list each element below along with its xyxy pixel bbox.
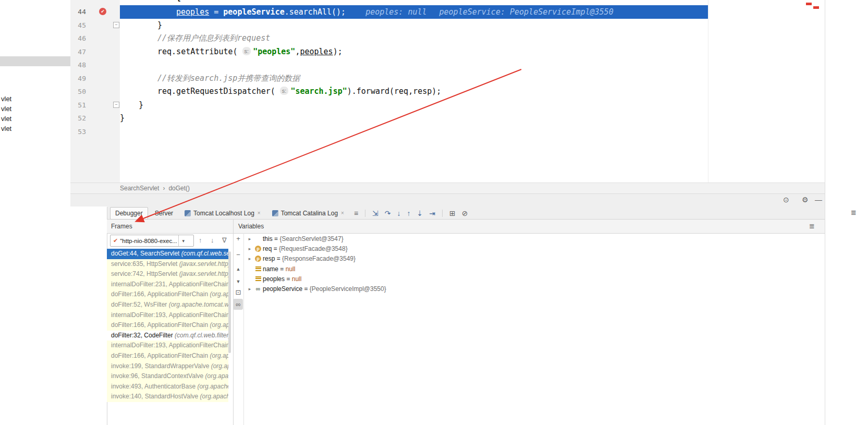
equals-sign: = <box>272 245 279 252</box>
breakpoint-icon[interactable]: ✔ <box>99 8 106 15</box>
expand-chevron-icon[interactable]: ▸ <box>246 246 253 251</box>
hide-window-icon[interactable]: — <box>815 193 822 207</box>
frame-row[interactable]: service:635, HttpServlet (javax.servlet.… <box>107 259 228 270</box>
hide-library-frames-icon[interactable]: ∇ <box>222 235 227 246</box>
error-stripe-mark[interactable] <box>813 6 819 9</box>
frame-row[interactable]: invoke:96, StandardContextValve (org.apa… <box>107 371 228 382</box>
project-panel: vlet vlet vlet vlet <box>0 0 70 193</box>
remove-watch-icon[interactable]: − <box>234 251 242 259</box>
breadcrumb-method[interactable]: doGet() <box>168 185 190 192</box>
fold-marker-icon[interactable]: − <box>113 22 119 28</box>
next-frame-icon[interactable]: ↓ <box>211 235 214 246</box>
move-down-icon[interactable]: ▼ <box>234 277 242 286</box>
variable-row[interactable]: ▸ p req = {RequestFacade@3548} <box>246 244 715 253</box>
copy-stack-icon[interactable]: ⊡ <box>234 288 242 297</box>
line-number: 46 <box>70 32 86 45</box>
step-out-icon[interactable]: ↑ <box>407 208 411 219</box>
frames-variables-divider[interactable] <box>233 220 234 425</box>
frames-scrollbar[interactable] <box>228 251 231 353</box>
project-tree-item[interactable]: vlet <box>1 124 11 133</box>
tab-tomcat-catalina-log[interactable]: Tomcat Catalina Log× <box>267 208 349 219</box>
code-line-47: req.setAttribute( s:"peoples",peoples); <box>157 45 343 59</box>
variable-row[interactable]: ▸ this = {SearchServlet@3547} <box>246 234 715 244</box>
frame-row[interactable]: doFilter:166, ApplicationFilterChain (or… <box>107 289 228 300</box>
frame-row[interactable]: internalDoFilter:193, ApplicationFilterC… <box>107 310 228 321</box>
expand-chevron-icon[interactable]: ▸ <box>246 236 253 241</box>
mute-breakpoints-icon[interactable]: ⊘ <box>462 208 468 219</box>
line-number: 44 <box>70 5 86 19</box>
show-execution-point-icon[interactable]: ⇲ <box>372 208 378 219</box>
debug-panel-headers <box>107 220 825 234</box>
show-watches-icon[interactable]: ∞ <box>234 300 242 309</box>
move-up-icon[interactable]: ▲ <box>234 265 242 273</box>
frame-package: (javax.servlet.http) <box>179 260 228 268</box>
expand-chevron-icon[interactable]: ▸ <box>246 286 253 292</box>
code-token: req.setAttribute( <box>157 47 242 56</box>
operator-token: = <box>209 7 223 17</box>
variable-row[interactable]: peoples = null <box>246 274 715 284</box>
string-token: "search.jsp" <box>290 87 347 96</box>
line-number: 51 <box>70 99 86 112</box>
tab-debugger[interactable]: Debugger <box>110 207 148 220</box>
field-icon: ∞ <box>256 286 261 292</box>
tab-tomcat-localhost-log[interactable]: Tomcat Localhost Log× <box>180 208 265 219</box>
add-watch-icon[interactable]: + <box>234 235 242 243</box>
previous-frame-icon[interactable]: ↑ <box>199 235 202 246</box>
parameter-hint-chip: s: <box>280 87 289 95</box>
tomcat-icon <box>185 210 191 216</box>
frame-package: (org.apache.tomcat.we <box>169 301 228 308</box>
thread-selector-value: "http-nio-8080-exec... <box>120 238 178 244</box>
frame-row[interactable]: doFilter:166, ApplicationFilterChain (or… <box>107 351 228 361</box>
frame-package: (org.apach <box>200 393 228 400</box>
field-token: peopleService <box>223 7 284 17</box>
equals-sign: = <box>302 285 310 293</box>
breadcrumb-class[interactable]: SearchServlet <box>120 185 159 192</box>
frame-row[interactable]: internalDoFilter:231, ApplicationFilterC… <box>107 280 228 290</box>
frame-row[interactable]: doGet:44, SearchServlet (com.qf.cl.web.s… <box>107 249 228 259</box>
project-tree-item[interactable]: vlet <box>1 94 11 104</box>
project-tree-item[interactable]: vlet <box>1 104 11 114</box>
parameter-icon: p <box>255 256 261 262</box>
tab-label: Server <box>155 210 173 217</box>
panel-options-icon[interactable]: ≣ <box>809 222 815 230</box>
frame-row[interactable]: service:742, HttpServlet (javax.servlet.… <box>107 269 228 280</box>
layout-settings-icon[interactable]: ≣ <box>851 209 857 216</box>
line-number: 49 <box>70 72 86 86</box>
frame-row[interactable]: doFilter:52, WsFilter (org.apache.tomcat… <box>107 300 228 310</box>
close-icon[interactable]: × <box>341 210 344 216</box>
close-icon[interactable]: × <box>258 210 261 216</box>
frame-location: doFilter:52, WsFilter <box>111 301 169 308</box>
frame-row[interactable]: invoke:199, StandardWrapperValve (org.ap <box>107 361 228 372</box>
step-into-icon[interactable]: ↓ <box>397 208 401 219</box>
project-tree-item[interactable]: vlet <box>1 114 11 124</box>
variable-row[interactable]: ▸ p resp = {ResponseFacade@3549} <box>246 254 715 264</box>
frame-row[interactable]: invoke:493, AuthenticatorBase (org.apach… <box>107 382 228 392</box>
run-to-cursor-icon[interactable]: ⇥ <box>429 208 435 219</box>
frame-row[interactable]: internalDoFilter:193, ApplicationFilterC… <box>107 341 228 351</box>
thread-running-check-icon: ✔ <box>113 237 118 244</box>
restore-layout-icon[interactable]: ⊙ <box>783 193 789 207</box>
expand-chevron-icon[interactable]: ▸ <box>246 256 253 261</box>
frame-row[interactable]: doFilter:32, CodeFilter (com.qf.cl.web.f… <box>107 331 228 341</box>
code-token: req.getRequestDispatcher( <box>157 87 280 96</box>
view-breakpoints-icon[interactable]: ⊞ <box>449 208 456 219</box>
frame-row[interactable]: invoke:140, StandardHostValve (org.apach <box>107 392 228 402</box>
parameter-icon: p <box>255 246 261 252</box>
editor-code-area[interactable]: else{ peoples = peopleService.searchAll(… <box>120 0 817 183</box>
error-stripe-mark[interactable] <box>806 3 812 5</box>
variable-name: name <box>263 265 278 273</box>
force-step-into-icon[interactable]: ⇣ <box>417 208 423 219</box>
thread-selector-dropdown[interactable]: ✔ "http-nio-8080-exec... ▾ <box>110 235 194 247</box>
frame-package: (com.qf.cl.web.filter) <box>175 332 228 339</box>
layout-menu-icon[interactable]: ≡ <box>354 208 358 219</box>
gear-icon[interactable]: ⚙ <box>802 193 809 207</box>
variable-row[interactable]: ▸ ∞ peopleService = {PeopleServiceImpl@3… <box>246 284 715 294</box>
fold-marker-icon[interactable]: − <box>113 102 119 108</box>
frame-package: (org.ap <box>210 290 228 298</box>
frame-row[interactable]: doFilter:166, ApplicationFilterChain (or… <box>107 320 228 331</box>
tab-server[interactable]: Server <box>150 208 178 219</box>
step-over-icon[interactable]: ↷ <box>385 208 391 219</box>
toolbar-separator <box>442 210 443 217</box>
variable-row[interactable]: name = null <box>246 264 715 274</box>
chevron-down-icon[interactable]: ▾ <box>178 235 188 246</box>
